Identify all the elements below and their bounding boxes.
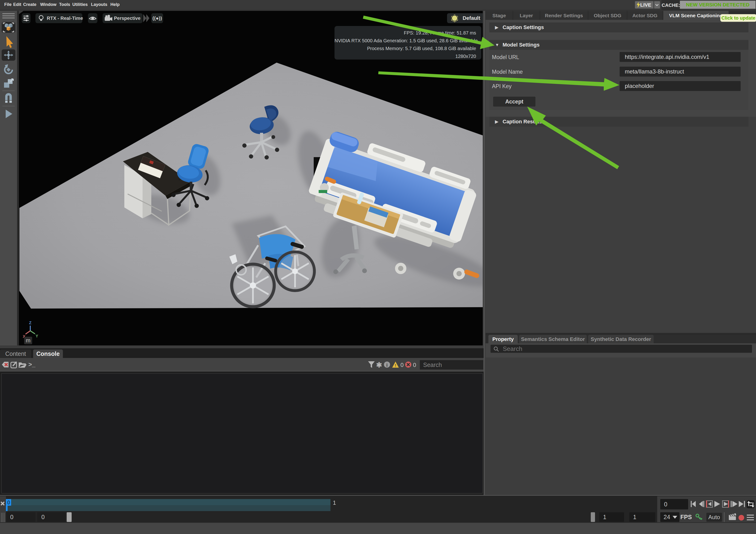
svg-text:Y: Y	[36, 334, 38, 338]
svg-text:>_: >_	[28, 361, 36, 368]
svg-text:0: 0	[413, 362, 416, 368]
svg-text:!: !	[395, 364, 396, 368]
svg-text:Z: Z	[29, 321, 31, 325]
svg-text:i: i	[386, 362, 388, 368]
svg-text:✱: ✱	[376, 361, 382, 369]
svg-text:0: 0	[400, 362, 404, 368]
